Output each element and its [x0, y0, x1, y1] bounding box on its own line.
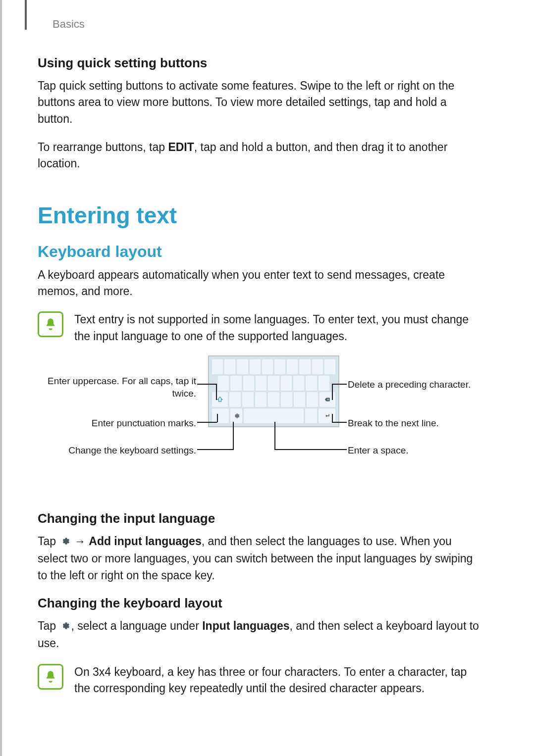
keyboard-diagram: Enter uppercase. For all caps, tap it tw… [38, 355, 481, 494]
key [324, 359, 335, 374]
text-bold: Input languages [202, 619, 289, 632]
note: Text entry is not supported in some lang… [38, 311, 481, 345]
settings-key [230, 408, 242, 423]
paragraph: A keyboard appears automatically when yo… [38, 267, 481, 300]
callout-uppercase: Enter uppercase. For all caps, tap it tw… [38, 375, 196, 400]
heading-changing-input: Changing the input language [38, 511, 481, 526]
gear-icon [60, 534, 70, 551]
connector [197, 422, 217, 423]
manual-page: Basics Using quick setting buttons Tap q… [0, 0, 535, 756]
key [268, 376, 279, 391]
key [242, 392, 254, 407]
paragraph: Tap quick setting buttons to activate so… [38, 78, 481, 127]
text: To rearrange buttons, tap [38, 141, 168, 153]
connector [274, 449, 347, 450]
connector [332, 384, 333, 400]
text: On [74, 665, 93, 678]
connector [233, 422, 234, 450]
heading-keyboard-layout: Keyboard layout [38, 243, 481, 261]
callout-space: Enter a space. [348, 445, 409, 457]
key [299, 359, 310, 374]
note-text: On 3x4 keyboard, a key has three or four… [74, 664, 481, 697]
text-bold: Add input languages [89, 535, 201, 548]
page-content: Using quick setting buttons Tap quick se… [38, 55, 481, 756]
margin-rule [25, 0, 27, 30]
connector [332, 422, 347, 423]
key [312, 359, 323, 374]
period-key [305, 408, 317, 423]
connector [197, 449, 234, 450]
key [229, 392, 241, 407]
key [281, 376, 292, 391]
key [218, 376, 229, 391]
connector [197, 384, 216, 385]
callout-punctuation: Enter punctuation marks. [38, 417, 196, 430]
callout-nextline: Break to the next line. [348, 417, 439, 430]
note: On 3x4 keyboard, a key has three or four… [38, 664, 481, 697]
space-key [244, 408, 304, 423]
key [262, 359, 273, 374]
key [294, 392, 305, 407]
paragraph: To rearrange buttons, tap EDIT, tap and … [38, 139, 481, 172]
key [281, 392, 292, 407]
key [250, 359, 261, 374]
key [243, 376, 254, 391]
connector [274, 422, 275, 450]
heading-quick-settings: Using quick setting buttons [38, 55, 481, 71]
key [287, 359, 298, 374]
key [306, 376, 317, 391]
key [256, 376, 267, 391]
text: Tap [38, 535, 59, 548]
bell-icon [38, 311, 63, 337]
connector [332, 384, 347, 385]
paragraph: Tap , select a language under Input lang… [38, 618, 481, 652]
text: → [71, 535, 89, 548]
key [274, 359, 285, 374]
key [224, 359, 235, 374]
gear-icon [60, 619, 70, 635]
key [293, 376, 304, 391]
backspace-key [320, 392, 335, 407]
bell-icon [38, 664, 63, 690]
keyboard-illustration [208, 355, 339, 427]
key [255, 392, 267, 407]
key [237, 359, 248, 374]
breadcrumb: Basics [53, 18, 481, 31]
edit-label: EDIT [168, 141, 194, 153]
text: Tap [38, 619, 59, 632]
connector [216, 384, 217, 400]
connector [332, 414, 333, 422]
key [268, 392, 279, 407]
page-title: Entering text [38, 202, 481, 229]
callout-delete: Delete a preceding character. [348, 379, 471, 391]
heading-changing-layout: Changing the keyboard layout [38, 596, 481, 611]
key [212, 359, 223, 374]
note-text: Text entry is not supported in some lang… [74, 311, 481, 345]
key [307, 392, 318, 407]
shift-key [212, 392, 228, 407]
connector [217, 414, 218, 422]
callout-settings: Change the keyboard settings. [38, 445, 196, 457]
sym-key [212, 408, 229, 423]
paragraph: Tap → Add input languages, and then sele… [38, 533, 481, 584]
key [230, 376, 241, 391]
text-bold: 3x4 keyboard [93, 665, 161, 678]
text: , select a language under [71, 619, 202, 632]
key [319, 376, 329, 391]
